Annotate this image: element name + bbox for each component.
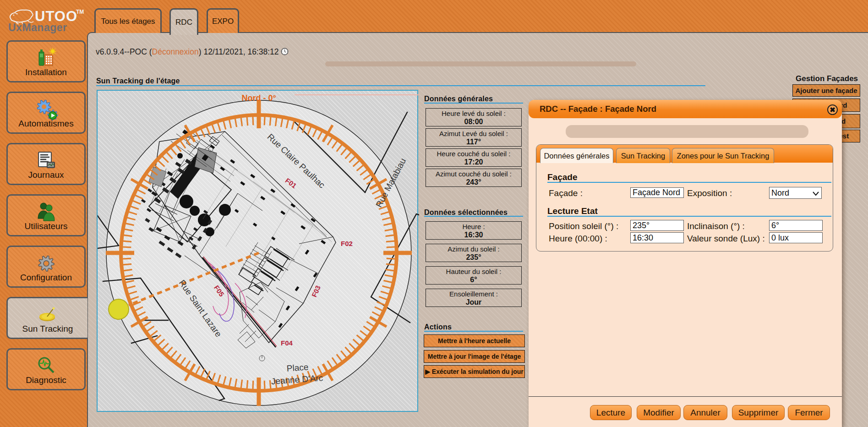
svg-text:F04: F04 [281,339,293,347]
svg-text:Nord - 0°: Nord - 0° [241,93,276,103]
svg-text:F02: F02 [341,240,353,247]
svg-text:Place: Place [286,362,309,373]
